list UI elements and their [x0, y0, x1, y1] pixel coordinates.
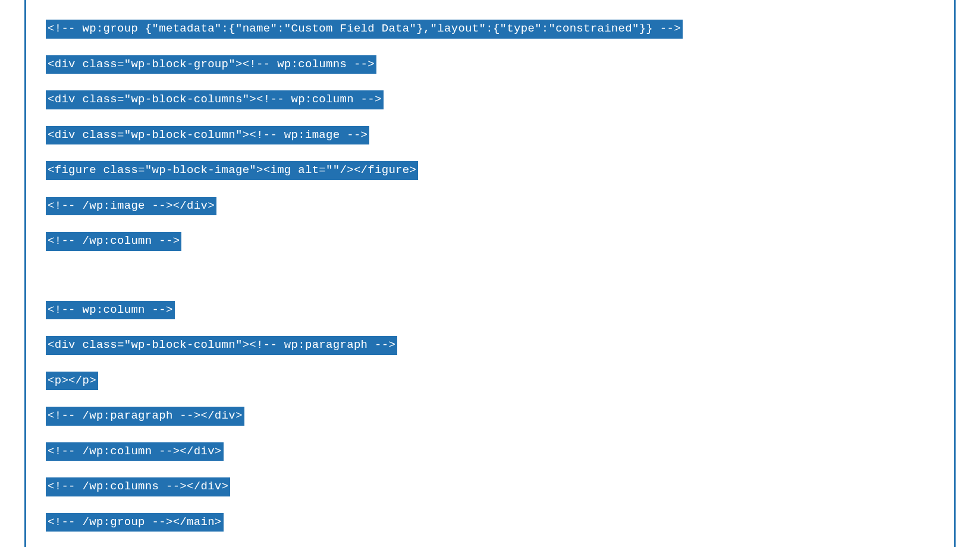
code-text[interactable]: <!-- /wp:column -->: [46, 232, 181, 251]
code-line[interactable]: <figure class="wp-block-image"><img alt=…: [46, 161, 934, 180]
code-text[interactable]: <figure class="wp-block-image"><img alt=…: [46, 161, 418, 180]
code-line[interactable]: <!-- /wp:group --></main>: [46, 513, 934, 532]
code-line[interactable]: <!-- /wp:columns --></div>: [46, 477, 934, 496]
code-line[interactable]: <!-- wp:column -->: [46, 301, 934, 320]
code-text[interactable]: <!-- /wp:paragraph --></div>: [46, 407, 244, 426]
code-text[interactable]: <!-- /wp:columns --></div>: [46, 477, 230, 496]
code-block-frame: <!-- wp:group {"metadata":{"name":"Custo…: [24, 0, 956, 547]
code-line[interactable]: <!-- wp:group {"metadata":{"name":"Custo…: [46, 20, 934, 39]
code-text[interactable]: <p></p>: [46, 372, 98, 391]
code-text[interactable]: <div class="wp-block-column"><!-- wp:ima…: [46, 126, 369, 145]
code-text[interactable]: <!-- /wp:column --></div>: [46, 442, 224, 461]
code-text[interactable]: <!-- wp:column -->: [46, 301, 175, 320]
code-line[interactable]: <div class="wp-block-columns"><!-- wp:co…: [46, 90, 934, 109]
code-line[interactable]: <p></p>: [46, 372, 934, 391]
code-line[interactable]: <div class="wp-block-column"><!-- wp:ima…: [46, 126, 934, 145]
code-line[interactable]: <div class="wp-block-column"><!-- wp:par…: [46, 336, 934, 355]
code-line[interactable]: <!-- /wp:paragraph --></div>: [46, 407, 934, 426]
code-container: <!-- wp:group {"metadata":{"name":"Custo…: [46, 20, 934, 547]
code-line[interactable]: <!-- /wp:column -->: [46, 232, 934, 251]
code-text[interactable]: <!-- /wp:group --></main>: [46, 513, 224, 532]
code-text[interactable]: <div class="wp-block-group"><!-- wp:colu…: [46, 55, 376, 74]
code-text[interactable]: <!-- /wp:image --></div>: [46, 197, 216, 216]
code-text[interactable]: <div class="wp-block-column"><!-- wp:par…: [46, 336, 397, 355]
blank-line: [46, 268, 934, 284]
code-text[interactable]: <!-- wp:group {"metadata":{"name":"Custo…: [46, 20, 683, 39]
code-line[interactable]: <!-- /wp:column --></div>: [46, 442, 934, 461]
code-text[interactable]: <div class="wp-block-columns"><!-- wp:co…: [46, 90, 384, 109]
code-line[interactable]: <!-- /wp:image --></div>: [46, 197, 934, 216]
code-line[interactable]: <div class="wp-block-group"><!-- wp:colu…: [46, 55, 934, 74]
